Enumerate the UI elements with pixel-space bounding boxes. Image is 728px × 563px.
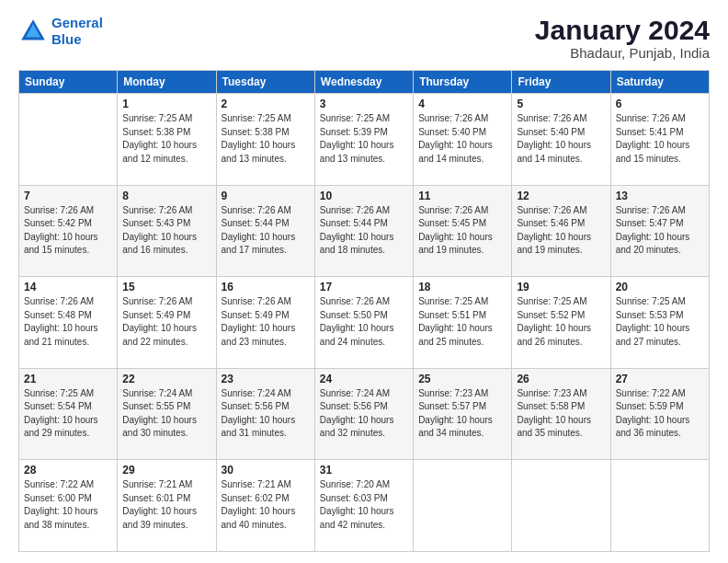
calendar-cell: 20Sunrise: 7:25 AM Sunset: 5:53 PM Dayli… xyxy=(610,277,709,369)
day-number: 29 xyxy=(122,464,210,477)
calendar-cell: 14Sunrise: 7:26 AM Sunset: 5:48 PM Dayli… xyxy=(19,277,118,369)
day-number: 21 xyxy=(24,373,112,385)
calendar-cell: 23Sunrise: 7:24 AM Sunset: 5:56 PM Dayli… xyxy=(216,368,314,460)
day-number: 17 xyxy=(320,281,408,293)
calendar-cell: 26Sunrise: 7:23 AM Sunset: 5:58 PM Dayli… xyxy=(512,368,610,460)
day-info: Sunrise: 7:25 AM Sunset: 5:54 PM Dayligh… xyxy=(24,387,112,441)
calendar-cell: 4Sunrise: 7:26 AM Sunset: 5:40 PM Daylig… xyxy=(414,94,512,186)
subtitle: Bhadaur, Punjab, India xyxy=(535,45,710,61)
calendar-cell: 29Sunrise: 7:21 AM Sunset: 6:01 PM Dayli… xyxy=(118,460,216,552)
header-thursday: Thursday xyxy=(414,71,512,94)
day-info: Sunrise: 7:26 AM Sunset: 5:50 PM Dayligh… xyxy=(320,295,408,349)
day-info: Sunrise: 7:20 AM Sunset: 6:03 PM Dayligh… xyxy=(320,478,408,532)
week-row-1: 7Sunrise: 7:26 AM Sunset: 5:42 PM Daylig… xyxy=(19,185,710,277)
week-row-2: 14Sunrise: 7:26 AM Sunset: 5:48 PM Dayli… xyxy=(19,277,710,369)
day-number: 13 xyxy=(616,190,704,202)
calendar-cell: 24Sunrise: 7:24 AM Sunset: 5:56 PM Dayli… xyxy=(314,368,413,460)
day-info: Sunrise: 7:26 AM Sunset: 5:49 PM Dayligh… xyxy=(222,295,310,349)
day-number: 19 xyxy=(517,281,605,293)
calendar-cell: 22Sunrise: 7:24 AM Sunset: 5:55 PM Dayli… xyxy=(118,368,216,460)
day-number: 23 xyxy=(222,373,310,385)
day-info: Sunrise: 7:21 AM Sunset: 6:01 PM Dayligh… xyxy=(122,478,210,532)
day-number: 25 xyxy=(418,373,506,385)
header-wednesday: Wednesday xyxy=(314,71,413,94)
day-info: Sunrise: 7:24 AM Sunset: 5:55 PM Dayligh… xyxy=(122,387,210,441)
day-info: Sunrise: 7:25 AM Sunset: 5:38 PM Dayligh… xyxy=(122,112,210,166)
day-info: Sunrise: 7:25 AM Sunset: 5:52 PM Dayligh… xyxy=(517,295,605,349)
day-number: 12 xyxy=(517,190,605,202)
calendar-cell: 11Sunrise: 7:26 AM Sunset: 5:45 PM Dayli… xyxy=(414,185,512,277)
day-info: Sunrise: 7:25 AM Sunset: 5:39 PM Dayligh… xyxy=(320,112,408,166)
calendar-cell: 30Sunrise: 7:21 AM Sunset: 6:02 PM Dayli… xyxy=(216,460,314,552)
logo-text: General Blue xyxy=(51,15,103,48)
calendar-cell xyxy=(610,460,709,552)
day-info: Sunrise: 7:25 AM Sunset: 5:53 PM Dayligh… xyxy=(616,295,704,349)
header-saturday: Saturday xyxy=(610,71,709,94)
day-number: 26 xyxy=(517,373,605,385)
day-number: 10 xyxy=(320,190,408,202)
calendar-cell: 16Sunrise: 7:26 AM Sunset: 5:49 PM Dayli… xyxy=(216,277,314,369)
day-number: 14 xyxy=(24,281,112,293)
calendar-cell: 5Sunrise: 7:26 AM Sunset: 5:40 PM Daylig… xyxy=(512,94,610,186)
day-info: Sunrise: 7:26 AM Sunset: 5:46 PM Dayligh… xyxy=(517,204,605,258)
day-info: Sunrise: 7:26 AM Sunset: 5:40 PM Dayligh… xyxy=(418,112,506,166)
calendar-cell: 10Sunrise: 7:26 AM Sunset: 5:44 PM Dayli… xyxy=(314,185,413,277)
day-number: 7 xyxy=(24,190,112,202)
header: General Blue January 2024 Bhadaur, Punja… xyxy=(18,15,710,61)
day-info: Sunrise: 7:26 AM Sunset: 5:48 PM Dayligh… xyxy=(24,295,112,349)
header-friday: Friday xyxy=(512,71,610,94)
day-info: Sunrise: 7:26 AM Sunset: 5:49 PM Dayligh… xyxy=(122,295,210,349)
calendar-cell: 17Sunrise: 7:26 AM Sunset: 5:50 PM Dayli… xyxy=(314,277,413,369)
calendar-cell: 28Sunrise: 7:22 AM Sunset: 6:00 PM Dayli… xyxy=(19,460,118,552)
logo-line2: Blue xyxy=(51,31,82,47)
day-info: Sunrise: 7:23 AM Sunset: 5:57 PM Dayligh… xyxy=(418,387,506,441)
day-info: Sunrise: 7:26 AM Sunset: 5:41 PM Dayligh… xyxy=(616,112,704,166)
calendar-cell: 31Sunrise: 7:20 AM Sunset: 6:03 PM Dayli… xyxy=(314,460,413,552)
calendar-cell: 8Sunrise: 7:26 AM Sunset: 5:43 PM Daylig… xyxy=(118,185,216,277)
calendar-cell: 12Sunrise: 7:26 AM Sunset: 5:46 PM Dayli… xyxy=(512,185,610,277)
day-info: Sunrise: 7:26 AM Sunset: 5:44 PM Dayligh… xyxy=(222,204,310,258)
week-row-4: 28Sunrise: 7:22 AM Sunset: 6:00 PM Dayli… xyxy=(19,460,710,552)
page: General Blue January 2024 Bhadaur, Punja… xyxy=(0,0,728,563)
main-title: January 2024 xyxy=(535,15,710,45)
day-number: 4 xyxy=(418,98,506,110)
calendar-cell: 7Sunrise: 7:26 AM Sunset: 5:42 PM Daylig… xyxy=(19,185,118,277)
day-info: Sunrise: 7:26 AM Sunset: 5:40 PM Dayligh… xyxy=(517,112,605,166)
logo: General Blue xyxy=(18,15,103,48)
day-info: Sunrise: 7:26 AM Sunset: 5:43 PM Dayligh… xyxy=(122,204,210,258)
day-info: Sunrise: 7:26 AM Sunset: 5:44 PM Dayligh… xyxy=(320,204,408,258)
calendar-cell: 13Sunrise: 7:26 AM Sunset: 5:47 PM Dayli… xyxy=(610,185,709,277)
day-number: 6 xyxy=(616,98,704,110)
day-number: 24 xyxy=(320,373,408,385)
calendar-cell: 2Sunrise: 7:25 AM Sunset: 5:38 PM Daylig… xyxy=(216,94,314,186)
day-number: 2 xyxy=(222,98,310,110)
calendar-cell xyxy=(512,460,610,552)
calendar-cell: 21Sunrise: 7:25 AM Sunset: 5:54 PM Dayli… xyxy=(19,368,118,460)
header-sunday: Sunday xyxy=(19,71,118,94)
day-info: Sunrise: 7:26 AM Sunset: 5:42 PM Dayligh… xyxy=(24,204,112,258)
calendar-table: SundayMondayTuesdayWednesdayThursdayFrid… xyxy=(18,70,710,552)
logo-line1: General xyxy=(51,15,103,30)
calendar-cell: 18Sunrise: 7:25 AM Sunset: 5:51 PM Dayli… xyxy=(414,277,512,369)
day-info: Sunrise: 7:24 AM Sunset: 5:56 PM Dayligh… xyxy=(222,387,310,441)
day-number: 30 xyxy=(222,464,310,477)
day-number: 27 xyxy=(616,373,704,385)
calendar-cell: 1Sunrise: 7:25 AM Sunset: 5:38 PM Daylig… xyxy=(118,94,216,186)
day-info: Sunrise: 7:26 AM Sunset: 5:45 PM Dayligh… xyxy=(418,204,506,258)
day-info: Sunrise: 7:22 AM Sunset: 5:59 PM Dayligh… xyxy=(616,387,704,441)
day-number: 31 xyxy=(320,464,408,477)
day-number: 3 xyxy=(320,98,408,110)
day-info: Sunrise: 7:22 AM Sunset: 6:00 PM Dayligh… xyxy=(24,478,112,532)
calendar-cell: 15Sunrise: 7:26 AM Sunset: 5:49 PM Dayli… xyxy=(118,277,216,369)
day-number: 15 xyxy=(122,281,210,293)
calendar-cell xyxy=(414,460,512,552)
day-info: Sunrise: 7:24 AM Sunset: 5:56 PM Dayligh… xyxy=(320,387,408,441)
day-number: 20 xyxy=(616,281,704,293)
week-row-3: 21Sunrise: 7:25 AM Sunset: 5:54 PM Dayli… xyxy=(19,368,710,460)
day-number: 9 xyxy=(222,190,310,202)
day-info: Sunrise: 7:25 AM Sunset: 5:51 PM Dayligh… xyxy=(418,295,506,349)
header-tuesday: Tuesday xyxy=(216,71,314,94)
calendar-cell: 6Sunrise: 7:26 AM Sunset: 5:41 PM Daylig… xyxy=(610,94,709,186)
calendar-cell: 19Sunrise: 7:25 AM Sunset: 5:52 PM Dayli… xyxy=(512,277,610,369)
day-number: 5 xyxy=(517,98,605,110)
